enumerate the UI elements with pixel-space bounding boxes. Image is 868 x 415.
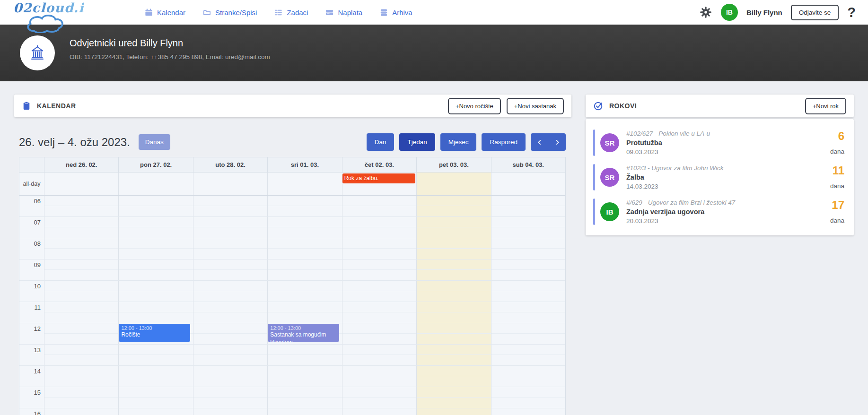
time-cell[interactable] <box>416 408 491 415</box>
time-cell[interactable] <box>491 196 565 216</box>
allday-cell[interactable] <box>267 173 342 195</box>
time-cell[interactable] <box>118 366 193 387</box>
time-cell[interactable] <box>491 302 565 323</box>
time-cell[interactable] <box>267 217 342 238</box>
view-button-tjedan[interactable]: Tjedan <box>399 133 435 151</box>
view-button-mjesec[interactable]: Mjesec <box>440 133 477 151</box>
time-cell[interactable] <box>491 238 565 259</box>
time-cell[interactable] <box>193 238 267 259</box>
time-cell[interactable] <box>118 217 193 238</box>
time-cell[interactable] <box>491 217 565 238</box>
view-button-raspored[interactable]: Raspored <box>482 133 526 151</box>
user-avatar[interactable]: IB <box>721 4 738 21</box>
time-cell[interactable] <box>416 323 491 344</box>
time-cell[interactable] <box>44 345 118 365</box>
time-cell[interactable] <box>491 281 565 302</box>
time-cell[interactable] <box>416 366 491 387</box>
time-cell[interactable] <box>267 238 342 259</box>
time-cell[interactable] <box>491 323 565 344</box>
help-icon[interactable]: ? <box>847 6 856 19</box>
time-cell[interactable] <box>193 302 267 323</box>
time-cell[interactable] <box>193 217 267 238</box>
today-button[interactable]: Danas <box>139 134 170 150</box>
time-cell[interactable] <box>44 217 118 238</box>
settings-gear-icon[interactable] <box>699 6 712 19</box>
logout-button[interactable]: Odjavite se <box>791 5 839 20</box>
time-cell[interactable] <box>342 302 416 323</box>
time-cell[interactable] <box>44 387 118 408</box>
new-hearing-button[interactable]: +Novo ročište <box>448 98 501 114</box>
time-cell[interactable] <box>342 217 416 238</box>
time-cell[interactable] <box>118 238 193 259</box>
time-cell[interactable] <box>416 345 491 365</box>
time-cell[interactable] <box>44 238 118 259</box>
time-cell[interactable] <box>118 345 193 365</box>
time-cell[interactable] <box>44 366 118 387</box>
time-cell[interactable] <box>267 366 342 387</box>
deadline-item[interactable]: SR #102/3 - Ugovor za film John Wick Žal… <box>593 164 844 190</box>
time-cell[interactable] <box>267 259 342 280</box>
allday-event[interactable]: Rok za žalbu. <box>342 173 415 183</box>
time-cell[interactable] <box>118 281 193 302</box>
time-cell[interactable] <box>44 408 118 415</box>
time-cell[interactable] <box>193 259 267 280</box>
nav-item-zadaci[interactable]: Zadaci <box>274 8 308 17</box>
time-cell[interactable] <box>491 345 565 365</box>
allday-cell[interactable] <box>118 173 193 195</box>
time-cell[interactable] <box>118 408 193 415</box>
time-cell[interactable] <box>416 302 491 323</box>
time-cell[interactable] <box>416 196 491 216</box>
time-cell[interactable] <box>267 281 342 302</box>
time-cell[interactable] <box>193 281 267 302</box>
prev-week-button[interactable] <box>531 133 548 151</box>
time-cell[interactable] <box>342 259 416 280</box>
time-cell[interactable] <box>267 387 342 408</box>
time-cell[interactable] <box>342 196 416 216</box>
time-cell[interactable] <box>342 387 416 408</box>
time-cell[interactable] <box>416 387 491 408</box>
allday-cell[interactable] <box>491 173 565 195</box>
nav-item-kalendar[interactable]: Kalendar <box>144 8 185 17</box>
time-cell[interactable] <box>416 238 491 259</box>
time-cell[interactable] <box>342 323 416 344</box>
time-cell[interactable] <box>416 217 491 238</box>
nav-item-stranke-spisi[interactable]: Stranke/Spisi <box>202 8 257 17</box>
time-cell[interactable] <box>267 408 342 415</box>
time-cell[interactable] <box>44 196 118 216</box>
timed-event[interactable]: 12:00 - 13:00 Ročište <box>119 324 190 342</box>
time-cell[interactable] <box>44 259 118 280</box>
time-cell[interactable] <box>416 259 491 280</box>
time-cell[interactable] <box>193 345 267 365</box>
time-cell[interactable] <box>267 345 342 365</box>
new-deadline-button[interactable]: +Novi rok <box>805 98 846 114</box>
time-cell[interactable] <box>342 345 416 365</box>
time-cell[interactable] <box>193 366 267 387</box>
time-cell[interactable] <box>193 323 267 344</box>
time-cell[interactable] <box>44 302 118 323</box>
time-cell[interactable] <box>491 408 565 415</box>
time-cell[interactable] <box>118 196 193 216</box>
time-cell[interactable] <box>416 281 491 302</box>
brand-logo[interactable]: 02cloud.io <box>13 1 84 33</box>
time-cell[interactable] <box>342 408 416 415</box>
time-cell[interactable] <box>193 387 267 408</box>
time-cell[interactable] <box>118 387 193 408</box>
next-week-button[interactable] <box>548 133 566 151</box>
timed-event[interactable]: 12:00 - 13:00 Sastanak sa mogućim klijen… <box>268 324 339 342</box>
nav-item-naplata[interactable]: Naplata <box>325 8 362 17</box>
new-meeting-button[interactable]: +Novi sastanak <box>507 98 564 114</box>
time-cell[interactable] <box>118 259 193 280</box>
time-cell[interactable] <box>491 366 565 387</box>
time-cell[interactable] <box>342 238 416 259</box>
time-cell[interactable] <box>491 259 565 280</box>
time-cell[interactable] <box>267 196 342 216</box>
time-cell[interactable] <box>491 387 565 408</box>
time-cell[interactable] <box>44 281 118 302</box>
time-cell[interactable] <box>342 281 416 302</box>
deadline-item[interactable]: IB #/629 - Ugovor za film Brzi i žestoki… <box>593 199 844 225</box>
view-button-dan[interactable]: Dan <box>367 133 395 151</box>
time-cell[interactable] <box>193 408 267 415</box>
time-cell[interactable] <box>342 366 416 387</box>
allday-cell[interactable] <box>44 173 118 195</box>
nav-item-arhiva[interactable]: Arhiva <box>379 8 412 17</box>
